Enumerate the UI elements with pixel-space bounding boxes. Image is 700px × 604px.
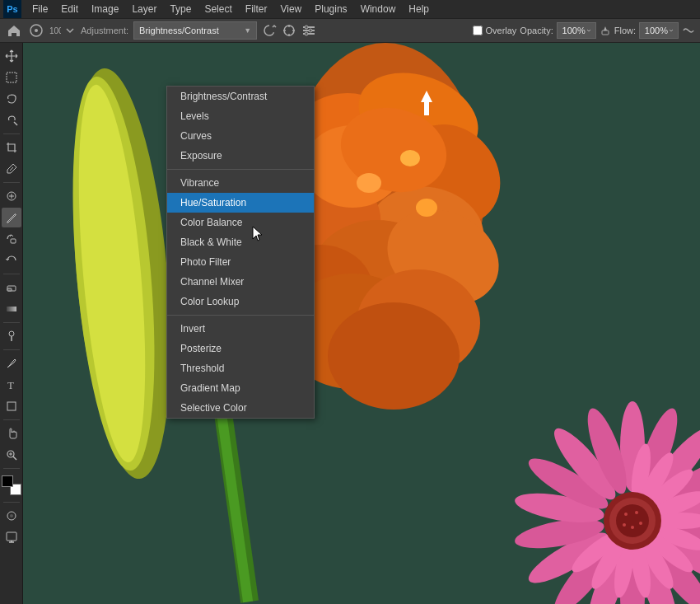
svg-point-56 (400, 150, 420, 166)
opacity-label: Opacity: (520, 26, 553, 35)
adjustment-dropdown-menu: Brightness/Contrast Levels Curves Exposu… (166, 86, 315, 419)
options-bar: 100 Adjustment: Brightness/Contrast ▼ Ov… (0, 18, 700, 43)
dropdown-item-threshold[interactable]: Threshold (167, 358, 314, 378)
quick-mask-btn[interactable] (2, 506, 21, 526)
svg-point-12 (309, 29, 312, 32)
dropdown-item-photo-filter[interactable]: Photo Filter (167, 252, 314, 272)
menu-layer[interactable]: Layer (126, 2, 162, 16)
zoom-btn[interactable] (2, 445, 21, 465)
adjustment-value: Brightness/Contrast (139, 26, 219, 35)
overlay-checkbox[interactable] (473, 26, 483, 35)
brush-options: 100 (28, 22, 76, 39)
target-icon[interactable] (282, 23, 296, 38)
dropdown-item-channel-mixer[interactable]: Channel Mixer (167, 272, 314, 292)
adjustment-dropdown[interactable]: Brightness/Contrast ▼ (133, 21, 257, 40)
move-tool-btn[interactable] (2, 46, 21, 66)
menu-select[interactable]: Select (198, 2, 237, 16)
svg-line-30 (13, 457, 16, 460)
dropdown-item-vibrance[interactable]: Vibrance (167, 173, 314, 193)
menu-file[interactable]: File (26, 2, 54, 16)
svg-point-1 (35, 29, 38, 32)
svg-point-25 (9, 331, 14, 336)
divider-8 (3, 502, 20, 503)
dropdown-item-selective-color[interactable]: Selective Color (167, 398, 314, 418)
airbrush-icon[interactable] (600, 25, 611, 36)
dropdown-separator-2 (167, 315, 314, 316)
svg-rect-15 (7, 73, 16, 82)
menu-bar: Ps File Edit Image Layer Type Select Fil… (0, 0, 700, 18)
dropdown-item-brightness-contrast[interactable]: Brightness/Contrast (167, 87, 314, 106)
healing-brush-btn[interactable] (2, 186, 21, 206)
gradient-btn[interactable] (2, 299, 21, 319)
divider-7 (3, 468, 20, 469)
menu-edit[interactable]: Edit (55, 2, 84, 16)
home-button[interactable] (5, 21, 23, 40)
history-brush-btn[interactable] (2, 250, 21, 270)
canvas-image (23, 43, 700, 604)
dropdown-item-exposure[interactable]: Exposure (167, 146, 314, 166)
dropdown-item-color-lookup[interactable]: Color Lookup (167, 292, 314, 311)
lasso-btn[interactable] (2, 89, 21, 109)
brush-preset-icon[interactable] (28, 22, 44, 39)
crop-btn[interactable] (2, 138, 21, 157)
left-toolbar: T (0, 43, 23, 604)
dropdown-item-gradient-map[interactable]: Gradient Map (167, 378, 314, 398)
svg-rect-14 (602, 30, 609, 35)
rectangular-marquee-btn[interactable] (2, 68, 21, 87)
svg-point-95 (635, 511, 638, 514)
flow-input[interactable]: 100% (639, 22, 679, 39)
divider-4 (3, 322, 20, 323)
hand-btn[interactable] (2, 424, 21, 443)
svg-text:T: T (7, 379, 14, 391)
shape-btn[interactable] (2, 396, 21, 416)
svg-rect-23 (7, 288, 12, 291)
divider-3 (3, 274, 20, 274)
menu-type[interactable]: Type (164, 2, 197, 16)
foreground-color-swatch[interactable] (2, 475, 13, 487)
dropdown-item-invert[interactable]: Invert (167, 319, 314, 339)
menu-view[interactable]: View (274, 2, 307, 16)
svg-rect-21 (11, 239, 16, 243)
dodge-btn[interactable] (2, 326, 21, 346)
menu-filter[interactable]: Filter (240, 2, 273, 16)
svg-point-34 (10, 514, 13, 517)
svg-rect-35 (7, 532, 16, 541)
color-swatches[interactable] (2, 475, 21, 495)
menu-help[interactable]: Help (403, 2, 435, 16)
svg-point-57 (416, 199, 437, 217)
chevron-down-icon[interactable] (64, 25, 76, 36)
brush-size-icon: 100 (48, 24, 61, 37)
quick-select-btn[interactable] (2, 110, 21, 130)
menu-image[interactable]: Image (86, 2, 124, 16)
dropdown-item-posterize[interactable]: Posterize (167, 339, 314, 358)
divider-1 (3, 133, 20, 134)
text-btn[interactable]: T (2, 375, 21, 395)
clone-stamp-btn[interactable] (2, 229, 21, 249)
menu-window[interactable]: Window (355, 2, 402, 16)
dropdown-item-levels[interactable]: Levels (167, 106, 314, 126)
screen-mode-btn[interactable] (2, 527, 21, 547)
main-area: T (0, 43, 700, 604)
smoothing-icon[interactable] (682, 24, 695, 37)
ps-logo: Ps (3, 0, 21, 18)
svg-rect-24 (7, 307, 16, 311)
opacity-input[interactable]: 100% (557, 22, 596, 39)
eraser-btn[interactable] (2, 278, 21, 297)
pen-btn[interactable] (2, 354, 21, 373)
opacity-flow-group: Overlay Opacity: 100% Flow: 100% (473, 22, 695, 39)
dropdown-item-color-balance[interactable]: Color Balance (167, 213, 314, 232)
canvas-area: Brightness/Contrast Levels Curves Exposu… (23, 43, 700, 604)
svg-point-60 (328, 302, 460, 410)
svg-point-13 (305, 32, 308, 35)
dropdown-item-curves[interactable]: Curves (167, 126, 314, 146)
eyedropper-btn[interactable] (2, 159, 21, 179)
svg-point-98 (623, 523, 626, 527)
settings-icon[interactable] (301, 23, 316, 38)
overlay-checkbox-group[interactable]: Overlay (473, 26, 516, 35)
rotate-icon[interactable] (262, 23, 277, 38)
dropdown-item-black-white[interactable]: Black & White (167, 232, 314, 252)
dropdown-item-hue-saturation[interactable]: Hue/Saturation (167, 193, 314, 213)
dropdown-arrow-icon: ▼ (244, 26, 251, 35)
brush-btn[interactable] (2, 208, 21, 227)
menu-plugins[interactable]: Plugins (309, 2, 352, 16)
